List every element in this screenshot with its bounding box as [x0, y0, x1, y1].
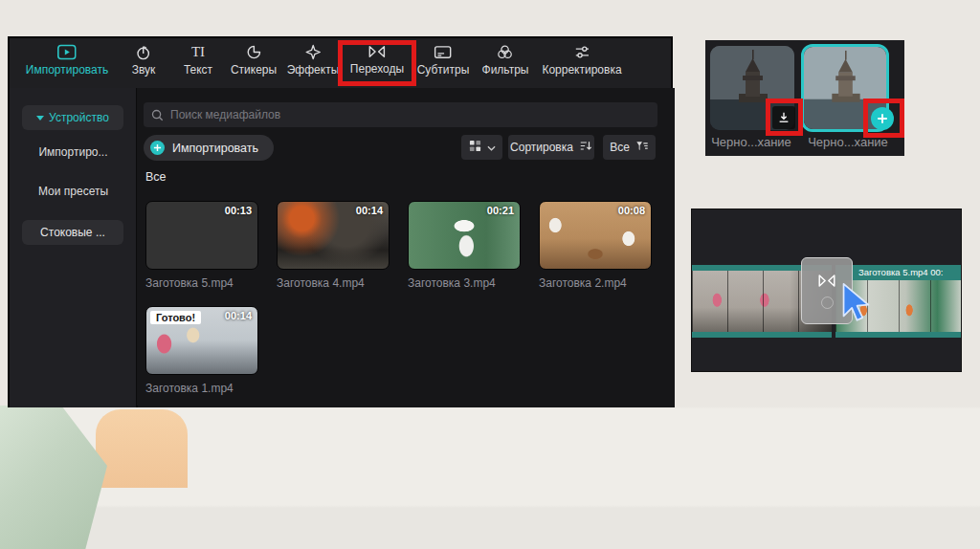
tab-audio[interactable]: Звук	[132, 44, 156, 77]
view-mode-button[interactable]	[461, 135, 502, 160]
highlight-box-download	[766, 99, 803, 136]
tab-filters[interactable]: Фильтры	[482, 44, 529, 77]
import-button-label: Импортировать	[172, 142, 258, 155]
clip-thumbnail[interactable]: 00:14	[277, 201, 390, 270]
effects-icon	[305, 44, 322, 60]
sidebar-item-device[interactable]: Устройство	[22, 105, 123, 130]
clip-name: Заготовка 1.mp4	[145, 382, 258, 395]
clip-thumbnail[interactable]: Готово! 00:14	[145, 306, 258, 375]
tab-text[interactable]: TI Текст	[184, 44, 212, 77]
highlight-box-transitions-tab	[338, 40, 416, 86]
cursor-icon	[834, 280, 878, 330]
tab-stickers[interactable]: Стикеры	[231, 44, 277, 77]
audio-icon	[135, 44, 152, 60]
plus-icon	[150, 141, 165, 155]
import-button[interactable]: Импортировать	[144, 135, 274, 161]
filter-button[interactable]: Все	[603, 135, 656, 160]
media-card: Готово! 00:14 Заготовка 1.mp4	[145, 306, 258, 395]
filter-button-label: Все	[610, 141, 630, 154]
timeline-panel: Заготовка 5.mp4 00:	[691, 209, 962, 372]
vase-peach	[96, 409, 188, 488]
ready-badge: Готово!	[150, 311, 201, 324]
timeline-clip-label: Заготовка 5.mp4 00:	[835, 265, 962, 280]
chevron-down-icon	[487, 141, 496, 154]
clip-name: Заготовка 3.mp4	[408, 276, 521, 290]
filter-icon	[635, 140, 649, 155]
tab-label: Текст	[184, 63, 212, 77]
vase-green	[0, 406, 107, 549]
sidebar: Устройство Импортиро... Мои пресеты Сток…	[10, 88, 137, 407]
caret-down-icon	[36, 116, 44, 121]
tab-adjust[interactable]: Корректировка	[542, 44, 621, 77]
tab-label: Эффекты	[287, 63, 340, 77]
duration-badge: 00:14	[356, 205, 383, 216]
tab-bar: Импортировать Звук TI Текст Стикеры Эффе…	[10, 38, 671, 88]
grid-view-icon	[469, 140, 481, 155]
media-panel: Импортировать Сортировка Все Все 00:13 З…	[138, 88, 675, 407]
sidebar-item-label: Стоковые ...	[40, 226, 105, 239]
sidebar-item-stock[interactable]: Стоковые ...	[22, 220, 123, 245]
import-icon	[57, 44, 77, 60]
clip-thumbnail[interactable]: 00:08	[539, 201, 652, 270]
highlight-box-add	[863, 99, 904, 138]
section-label: Все	[145, 170, 167, 184]
tab-label: Стикеры	[231, 63, 277, 77]
search-icon	[151, 108, 164, 125]
text-icon: TI	[191, 44, 205, 60]
tab-import[interactable]: Импортировать	[26, 44, 108, 77]
tab-label: Звук	[132, 63, 156, 77]
duration-badge: 00:08	[618, 205, 645, 216]
duration-badge: 00:13	[225, 205, 252, 216]
sidebar-item-imported[interactable]: Импортиро...	[10, 145, 137, 159]
clip-thumbnail[interactable]: 00:21	[408, 201, 521, 270]
transition-name: Черно...хание	[705, 135, 797, 149]
duration-badge: 00:14	[225, 310, 252, 321]
clip-name: Заготовка 4.mp4	[277, 276, 390, 290]
media-card: 00:14 Заготовка 4.mp4	[277, 201, 390, 290]
transitions-panel: Черно...хание Черно...хание	[705, 40, 904, 156]
tab-label: Импортировать	[26, 63, 108, 77]
adjust-icon	[573, 44, 590, 60]
clip-thumbnail[interactable]: 00:13	[145, 201, 258, 270]
duration-badge: 00:21	[487, 205, 514, 216]
clip-name: Заготовка 2.mp4	[539, 276, 652, 290]
stickers-icon	[245, 44, 261, 60]
tab-label: Фильтры	[482, 63, 529, 77]
media-card: 00:08 Заготовка 2.mp4	[539, 201, 652, 290]
tab-label: Субтитры	[417, 63, 470, 77]
media-card: 00:21 Заготовка 3.mp4	[408, 201, 521, 290]
drag-dot-icon	[821, 296, 834, 309]
editor-window: Импортировать Звук TI Текст Стикеры Эффе…	[8, 36, 673, 407]
sidebar-item-presets[interactable]: Мои пресеты	[10, 185, 137, 198]
tab-label: Корректировка	[542, 63, 621, 77]
sort-icon	[579, 140, 592, 155]
sidebar-item-label: Устройство	[49, 111, 109, 124]
sort-button[interactable]: Сортировка	[508, 135, 594, 160]
sort-button-label: Сортировка	[510, 141, 573, 154]
tab-effects[interactable]: Эффекты	[287, 44, 340, 77]
media-card: 00:13 Заготовка 5.mp4	[145, 201, 258, 290]
clip-name: Заготовка 5.mp4	[145, 276, 258, 290]
captions-icon	[434, 44, 453, 60]
filters-icon	[497, 44, 514, 60]
search-input[interactable]	[144, 102, 657, 127]
tab-captions[interactable]: Субтитры	[417, 44, 470, 77]
